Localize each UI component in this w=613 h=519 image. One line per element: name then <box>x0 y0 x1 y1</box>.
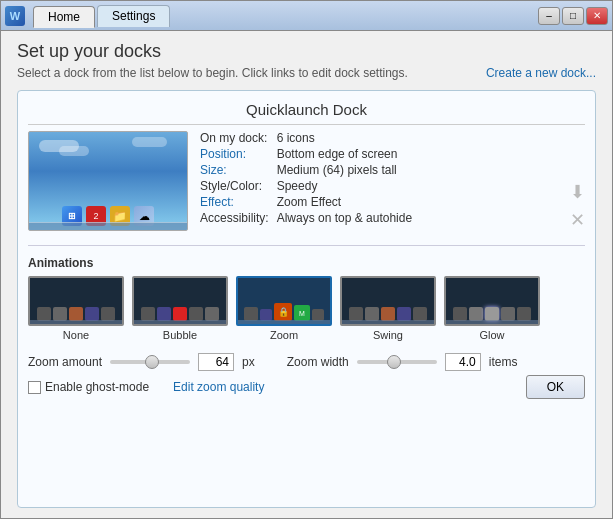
subtitle-text: Select a dock from the list below to beg… <box>17 66 408 80</box>
prop-label-icons: On my dock: <box>200 131 269 145</box>
anim-glow-label: Glow <box>479 329 504 341</box>
zoom-controls-row: Zoom amount px Zoom width items <box>28 353 585 371</box>
mini-icon <box>189 307 203 321</box>
animations-section: Animations <box>28 256 585 347</box>
dock-bar <box>29 222 187 230</box>
anim-bubble-img[interactable] <box>132 276 228 326</box>
prop-label-position[interactable]: Position: <box>200 147 269 161</box>
title-bar: W Home Settings – □ ✕ <box>1 1 612 31</box>
mini-icon <box>365 307 379 321</box>
dock-actions: ⬇ ✕ <box>570 135 585 231</box>
mini-icon <box>413 307 427 321</box>
dock-info-row: ⊞ 2 📁 ☁ On my dock: 6 icons Position: Bo… <box>28 131 585 231</box>
prop-label-style: Style/Color: <box>200 179 269 193</box>
zoom-amount-label: Zoom amount <box>28 355 102 369</box>
mini-icon <box>349 307 363 321</box>
anim-zoom-label: Zoom <box>270 329 298 341</box>
zoom-width-thumb[interactable] <box>387 355 401 369</box>
download-icon[interactable]: ⬇ <box>570 181 585 203</box>
mini-icon <box>141 307 155 321</box>
zoom-amount-unit: px <box>242 355 255 369</box>
zoom-amount-thumb[interactable] <box>145 355 159 369</box>
mini-icon <box>469 307 483 321</box>
tabs-area: Home Settings <box>29 5 538 27</box>
anim-swing-label: Swing <box>373 329 403 341</box>
mini-icon <box>53 307 67 321</box>
anim-swing-img[interactable] <box>340 276 436 326</box>
page-title: Set up your docks <box>17 41 596 62</box>
app-icon: W <box>5 6 25 26</box>
prop-value-style: Speedy <box>277 179 558 193</box>
zoom-width-slider[interactable] <box>357 360 437 364</box>
prop-value-effect: Zoom Effect <box>277 195 558 209</box>
zoom-amount-input[interactable] <box>198 353 234 371</box>
dock-name: Quicklaunch Dock <box>28 101 585 125</box>
dock-panel: Quicklaunch Dock ⊞ 2 📁 ☁ <box>17 90 596 508</box>
prop-value-icons: 6 icons <box>277 131 558 145</box>
dock-preview: ⊞ 2 📁 ☁ <box>28 131 188 231</box>
prop-value-accessibility: Always on top & autohide <box>277 211 558 225</box>
mini-icon <box>173 307 187 321</box>
mini-icon <box>381 307 395 321</box>
prop-label-accessibility: Accessibility: <box>200 211 269 225</box>
mini-icon <box>205 307 219 321</box>
anim-zoom[interactable]: 🔒 M Zoom <box>236 276 332 341</box>
ghost-mode-checkbox[interactable] <box>28 381 41 394</box>
anim-bubble-label: Bubble <box>163 329 197 341</box>
subtitle-row: Select a dock from the list below to beg… <box>17 66 596 80</box>
anim-none-img[interactable] <box>28 276 124 326</box>
prop-label-size[interactable]: Size: <box>200 163 269 177</box>
zoom-width-unit: items <box>489 355 518 369</box>
edit-zoom-quality-link[interactable]: Edit zoom quality <box>173 380 264 394</box>
create-new-dock-link[interactable]: Create a new dock... <box>486 66 596 80</box>
ghost-mode-label: Enable ghost-mode <box>45 380 149 394</box>
mini-icon <box>501 307 515 321</box>
mini-icon <box>517 307 531 321</box>
dock-properties: On my dock: 6 icons Position: Bottom edg… <box>200 131 558 231</box>
main-window: W Home Settings – □ ✕ Set up your docks <box>0 0 613 519</box>
mini-icon <box>101 307 115 321</box>
anim-none[interactable]: None <box>28 276 124 341</box>
mini-icon <box>37 307 51 321</box>
tab-home[interactable]: Home <box>33 6 95 28</box>
mini-icon: M <box>294 305 310 321</box>
mini-icon <box>157 307 171 321</box>
prop-value-position: Bottom edge of screen <box>277 147 558 161</box>
animations-title: Animations <box>28 256 585 270</box>
mini-icon <box>85 307 99 321</box>
mini-icon-zoom: 🔒 <box>274 303 292 321</box>
ghost-mode-checkbox-wrapper[interactable]: Enable ghost-mode <box>28 380 149 394</box>
anim-swing[interactable]: Swing <box>340 276 436 341</box>
zoom-amount-slider[interactable] <box>110 360 190 364</box>
ghost-mode-row: Enable ghost-mode Edit zoom quality OK <box>28 375 585 399</box>
animation-thumbs: None <box>28 276 585 341</box>
divider <box>28 245 585 246</box>
anim-bubble[interactable]: Bubble <box>132 276 228 341</box>
prop-label-effect[interactable]: Effect: <box>200 195 269 209</box>
prop-value-size: Medium (64) pixels tall <box>277 163 558 177</box>
minimize-button[interactable]: – <box>538 7 560 25</box>
mini-icon <box>244 307 258 321</box>
anim-zoom-img[interactable]: 🔒 M <box>236 276 332 326</box>
tab-settings[interactable]: Settings <box>97 5 170 27</box>
close-button[interactable]: ✕ <box>586 7 608 25</box>
mini-icon <box>453 307 467 321</box>
ok-button[interactable]: OK <box>526 375 585 399</box>
zoom-width-label: Zoom width <box>287 355 349 369</box>
mini-icon <box>397 307 411 321</box>
delete-icon[interactable]: ✕ <box>570 209 585 231</box>
mini-icon <box>485 307 499 321</box>
content-area: Set up your docks Select a dock from the… <box>1 31 612 518</box>
mini-icon <box>69 307 83 321</box>
window-controls: – □ ✕ <box>538 7 608 25</box>
anim-none-label: None <box>63 329 89 341</box>
anim-glow-img[interactable] <box>444 276 540 326</box>
zoom-width-input[interactable] <box>445 353 481 371</box>
anim-glow[interactable]: Glow <box>444 276 540 341</box>
maximize-button[interactable]: □ <box>562 7 584 25</box>
